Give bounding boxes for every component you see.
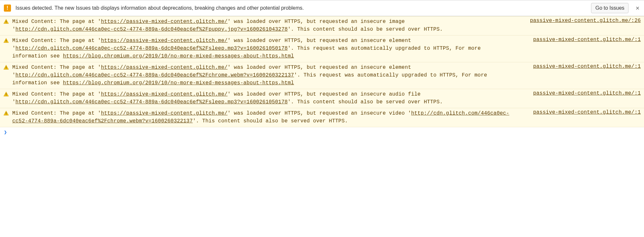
page-url-link[interactable]: https://passive-mixed-content.glitch.me/ [101,91,227,97]
console-message-body: Mixed Content: The page at 'https://pass… [12,64,511,87]
page-url-link[interactable]: https://passive-mixed-content.glitch.me/ [101,65,227,70]
warning-icon [3,65,9,70]
page-url-link[interactable]: https://passive-mixed-content.glitch.me/ [101,19,227,25]
issues-icon: ! [4,5,11,12]
svg-rect-0 [6,21,6,22]
console-warning-row: Mixed Content: The page at 'https://pass… [0,62,644,89]
console-prompt[interactable]: ❯ [0,127,644,138]
resource-url-link[interactable]: http://cdn.glitch.com/446ca0ec-cc52-4774… [16,26,288,32]
svg-rect-7 [6,95,6,96]
page-url-link[interactable]: https://passive-mixed-content.glitch.me/ [101,38,227,44]
warning-icon [3,19,9,25]
console-message-body: Mixed Content: The page at 'https://pass… [12,18,507,33]
message-source-link[interactable]: passive-mixed-content.glitch.me/:1 [533,90,641,96]
warning-icon [3,110,9,116]
console-message-body: Mixed Content: The page at 'https://pass… [12,90,511,106]
resource-url-link[interactable]: http://cdn.glitch.com/446ca0ec-cc52-4774… [12,110,509,124]
console-warning-row: Mixed Content: The page at 'https://pass… [0,89,644,108]
blog-url-link[interactable]: https://blog.chromium.org/2019/10/no-mor… [63,80,294,86]
svg-rect-1 [6,23,6,23]
blog-url-link[interactable]: https://blog.chromium.org/2019/10/no-mor… [63,53,294,59]
issues-bar: ! Issues detected. The new Issues tab di… [0,0,644,16]
resource-url-link[interactable]: http://cdn.glitch.com/446ca0ec-cc52-4774… [16,72,294,78]
svg-rect-9 [6,114,6,115]
svg-rect-3 [6,42,6,42]
console-message-body: Mixed Content: The page at 'https://pass… [12,109,511,125]
console-list: Mixed Content: The page at 'https://pass… [0,16,644,127]
resource-url-link[interactable]: http://cdn.glitch.com/446ca0ec-cc52-4774… [16,99,288,105]
console-warning-row: Mixed Content: The page at 'https://pass… [0,16,644,36]
svg-rect-5 [6,68,6,69]
page-url-link[interactable]: https://passive-mixed-content.glitch.me/ [101,110,227,116]
message-source-link[interactable]: passive-mixed-content.glitch.me/:26 [530,18,641,24]
close-icon[interactable]: × [633,5,640,11]
svg-rect-6 [6,93,6,95]
resource-url-link[interactable]: http://cdn.glitch.com/446ca0ec-cc52-4774… [16,46,288,51]
warning-icon [3,38,9,44]
console-message-body: Mixed Content: The page at 'https://pass… [12,37,511,60]
console-warning-row: Mixed Content: The page at 'https://pass… [0,36,644,62]
warning-icon [3,91,9,97]
svg-rect-2 [6,40,6,41]
message-source-link[interactable]: passive-mixed-content.glitch.me/:1 [533,109,641,115]
svg-rect-4 [6,67,6,68]
console-warning-row: Mixed Content: The page at 'https://pass… [0,108,644,127]
issues-text: Issues detected. The new Issues tab disp… [16,5,587,11]
go-to-issues-button[interactable]: Go to Issues [591,3,628,13]
svg-rect-8 [6,112,6,114]
message-source-link[interactable]: passive-mixed-content.glitch.me/:1 [533,64,641,69]
message-source-link[interactable]: passive-mixed-content.glitch.me/:1 [533,37,641,43]
